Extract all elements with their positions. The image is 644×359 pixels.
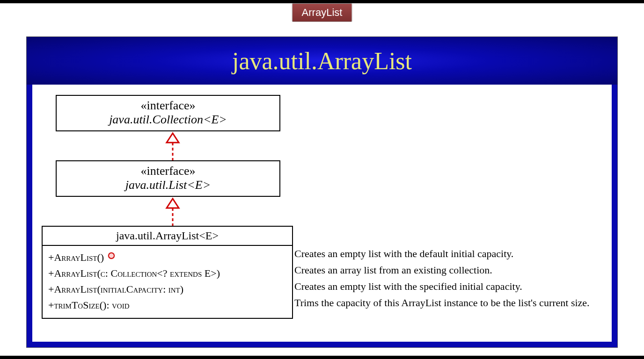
method-description: Creates an array list from an existing c… — [294, 262, 602, 278]
uml-box-arraylist: java.util.ArrayList<E> +ArrayList() +Arr… — [42, 226, 293, 319]
letterbox-bottom — [0, 356, 644, 359]
letterbox-top — [0, 0, 644, 3]
method-signature: +ArrayList(c: Collection<? extends E>) — [48, 266, 286, 281]
svg-marker-2 — [167, 199, 179, 208]
uml-box-collection: «interface» java.util.Collection<E> — [56, 95, 280, 131]
method-signature: +ArrayList(initialCapacity: int) — [48, 281, 286, 297]
topic-tab: ArrayList — [292, 3, 352, 22]
method-compartment: +ArrayList() +ArrayList(c: Collection<? … — [43, 246, 292, 318]
method-description: Trims the capacity of this ArrayList ins… — [294, 295, 602, 310]
class-name: java.util.List<E> — [57, 178, 279, 192]
stereotype-label: «interface» — [57, 99, 279, 113]
class-name: java.util.ArrayList<E> — [43, 227, 292, 246]
class-name: java.util.Collection<E> — [57, 113, 279, 127]
method-description: Creates an empty list with the default i… — [294, 246, 602, 261]
method-signature: +ArrayList() — [48, 250, 286, 266]
method-signature: +trimToSize(): void — [48, 297, 286, 313]
slide-title: java.util.ArrayList — [232, 47, 412, 75]
slide-body: «interface» java.util.Collection<E> «int… — [27, 85, 617, 347]
stereotype-label: «interface» — [57, 164, 279, 178]
description-column: Creates an empty list with the default i… — [294, 246, 602, 311]
slide-header: java.util.ArrayList — [27, 37, 617, 85]
laser-pointer-icon — [108, 252, 115, 259]
svg-marker-0 — [167, 133, 179, 143]
method-description: Creates an empty list with the specified… — [294, 279, 602, 294]
uml-box-list: «interface» java.util.List<E> — [56, 160, 280, 197]
slide-frame: java.util.ArrayList «interface» java.uti… — [26, 36, 618, 348]
